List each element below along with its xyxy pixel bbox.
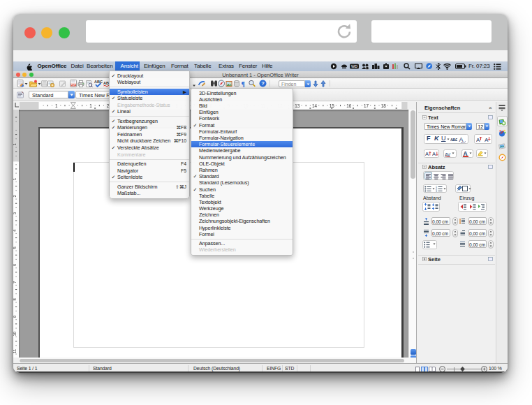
svg-text:1: 1 [55, 103, 58, 108]
svg-text:A̶B̶C̶: A̶B̶C̶ [450, 137, 457, 141]
svg-text:10: 10 [13, 331, 17, 336]
svg-text:16: 16 [346, 103, 352, 108]
svg-text:17: 17 [364, 103, 369, 108]
svg-text:PDF: PDF [71, 84, 76, 87]
svg-text:AV: AV [445, 152, 451, 156]
svg-text:¶: ¶ [242, 80, 245, 88]
svg-text:18: 18 [381, 103, 387, 108]
svg-text:A: A [432, 151, 436, 157]
svg-text:14: 14 [312, 103, 318, 108]
svg-text:3: 3 [436, 190, 437, 192]
svg-text:?: ? [261, 80, 265, 87]
svg-text:WD: WD [351, 64, 357, 68]
svg-text:11: 11 [13, 348, 17, 353]
svg-text:A: A [459, 136, 464, 143]
svg-text:A: A [425, 151, 429, 157]
svg-text:ABC: ABC [94, 80, 103, 84]
svg-text:13: 13 [295, 103, 300, 108]
svg-text:15: 15 [330, 103, 335, 108]
svg-text:1: 1 [89, 103, 92, 108]
